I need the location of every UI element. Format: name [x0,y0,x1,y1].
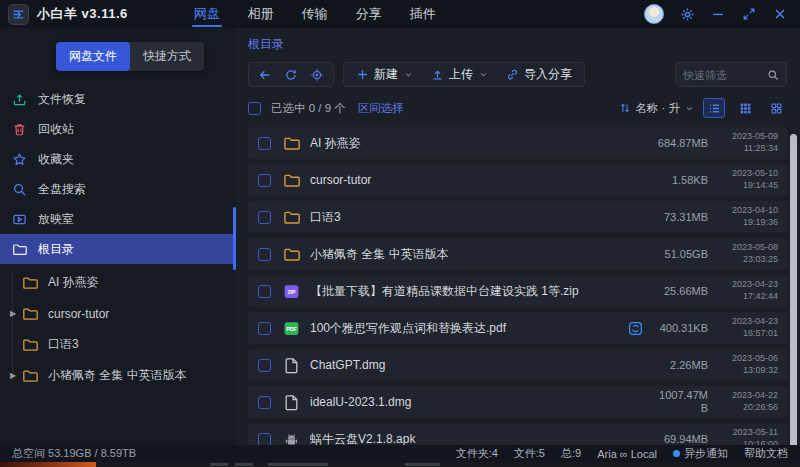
file-row[interactable]: ZIP 【批量下载】有道精品课数据中台建设实践 1等.zip 25.66MB 2… [248,275,787,307]
aria-mode[interactable]: Aria ∞ Local [597,448,657,460]
file-size: 684.87MB [652,137,708,150]
file-icon [283,394,300,411]
file-size: 69.94MB [652,433,708,446]
total-count: 总:9 [561,446,581,461]
file-icon [283,357,300,374]
file-row[interactable]: 小猪佩奇 全集 中英语版本 51.05GB 2023-05-0823:03:25 [248,238,787,270]
close-button[interactable] [772,6,788,22]
tree-item[interactable]: ▶ cursor-tutor [0,298,235,329]
quick-filter-input[interactable] [683,69,767,81]
file-row[interactable]: ChatGPT.dmg 2.26MB 2023-05-0613:09:32 [248,349,787,381]
folder-icon [22,337,38,353]
view-list-button[interactable] [703,98,725,118]
file-row[interactable]: cursor-tutor 1.58KB 2023-05-1019:14:45 [248,164,787,196]
back-button[interactable] [252,63,278,86]
app-logo-icon [8,4,29,25]
search-icon[interactable] [767,69,779,81]
row-checkbox[interactable] [258,285,271,298]
range-select-link[interactable]: 区间选择 [358,101,404,116]
toolbar: 新建 上传 导入分享 [248,62,787,87]
sort-label: 名称 · 升 [635,101,680,116]
sidebar: 网盘文件 快捷方式 文件恢复 回收站 [0,28,235,467]
view-grid-large-button[interactable] [765,98,787,118]
refresh-button[interactable] [278,63,304,86]
sidebar-item-label: 根目录 [38,241,74,258]
row-checkbox[interactable] [258,396,271,409]
tree-item[interactable]: 口语3 [0,329,235,360]
sidebar-item-root-directory[interactable]: 根目录 [0,234,235,264]
file-date: 2023-04-2220:26:56 [716,390,778,413]
user-avatar[interactable] [644,4,664,24]
sidebar-item-file-recovery[interactable]: 文件恢复 [0,84,235,114]
action-button-group: 新建 上传 导入分享 [343,62,585,87]
select-all-checkbox[interactable] [248,102,261,115]
row-checkbox[interactable] [258,322,271,335]
file-size: 1007.47MB [652,389,708,414]
tree-item[interactable]: ▶ 小猪佩奇 全集 中英语版本 [0,360,235,391]
file-size: 73.31MB [652,211,708,224]
view-grid-medium-button[interactable] [734,98,756,118]
file-row[interactable]: AI 孙燕姿 684.87MB 2023-05-0911:25:34 [248,127,787,159]
file-row[interactable]: 口语3 73.31MB 2023-04-1019:19:36 [248,201,787,233]
sidebar-item-label: 放映室 [38,211,74,228]
file-size: 2.26MB [652,359,708,372]
row-checkbox[interactable] [258,433,271,446]
file-date: 2023-04-2316:57:01 [716,316,778,339]
sidebar-item-label: 收藏夹 [38,151,74,168]
sidebar-item-label: 文件恢复 [38,91,86,108]
breadcrumb[interactable]: 根目录 [248,36,787,53]
star-icon [11,151,27,167]
svg-text:PDF: PDF [286,325,297,331]
sidebar-item-favorites[interactable]: 收藏夹 [0,144,235,174]
file-name: 【批量下载】有道精品课数据中台建设实践 1等.zip [310,283,652,300]
file-date: 2023-05-0613:09:32 [716,353,778,376]
file-name: AI 孙燕姿 [310,135,652,152]
sidebar-item-screening-room[interactable]: 放映室 [0,204,235,234]
theater-icon [11,211,27,227]
sidebar-tab-drive-files[interactable]: 网盘文件 [56,42,130,71]
file-count: 文件:5 [514,446,545,461]
settings-gear-icon[interactable] [679,6,695,22]
sidebar-tab-shortcuts[interactable]: 快捷方式 [130,42,204,71]
pdf-file-icon: PDF [283,320,300,337]
help-docs-link[interactable]: 帮助文档 [744,446,788,461]
file-size: 1.58KB [652,174,708,187]
sort-control[interactable]: 名称 · 升 [619,101,694,116]
upload-button[interactable]: 上传 [422,63,497,86]
sidebar-item-recycle-bin[interactable]: 回收站 [0,114,235,144]
total-space-info: 总空间 53.19GB / 8.59TB [12,446,136,461]
file-row[interactable]: idealU-2023.1.dmg 1007.47MB 2023-04-2220… [248,386,787,418]
list-header: 已选中 0 / 9 个 区间选择 名称 · 升 [248,97,787,119]
expand-caret-icon[interactable]: ▶ [6,371,20,380]
tab-album[interactable]: 相册 [234,0,288,28]
sync-badge-icon[interactable] [628,321,643,336]
tree-item[interactable]: AI 孙燕姿 [0,267,235,298]
list-scrollbar[interactable] [790,134,797,454]
tab-drive[interactable]: 网盘 [180,0,234,28]
locate-button[interactable] [304,63,330,86]
async-notify[interactable]: 异步通知 [673,446,728,461]
nav-button-group [248,62,334,87]
tab-plugins[interactable]: 插件 [396,0,450,28]
file-row[interactable]: PDF 100个雅思写作观点词和替换表达.pdf 400.31KB 2023-0… [248,312,787,344]
row-checkbox[interactable] [258,359,271,372]
sidebar-item-global-search[interactable]: 全盘搜索 [0,174,235,204]
file-date: 2023-04-1019:19:36 [716,205,778,228]
expand-caret-icon[interactable]: ▶ [6,309,20,318]
tab-share[interactable]: 分享 [342,0,396,28]
row-checkbox[interactable] [258,211,271,224]
minimize-button[interactable] [710,6,726,22]
tab-transfer[interactable]: 传输 [288,0,342,28]
main-nav-tabs: 网盘 相册 传输 分享 插件 [180,0,450,28]
file-size: 51.05GB [652,248,708,261]
sidebar-item-label: 全盘搜索 [38,181,86,198]
file-date: 2023-05-0823:03:25 [716,242,778,265]
folder-icon [283,246,300,263]
row-checkbox[interactable] [258,174,271,187]
new-button[interactable]: 新建 [347,63,422,86]
maximize-button[interactable] [741,6,757,22]
row-checkbox[interactable] [258,137,271,150]
import-share-button[interactable]: 导入分享 [497,63,581,86]
row-checkbox[interactable] [258,248,271,261]
app-title: 小白羊 v3.11.6 [37,5,128,23]
